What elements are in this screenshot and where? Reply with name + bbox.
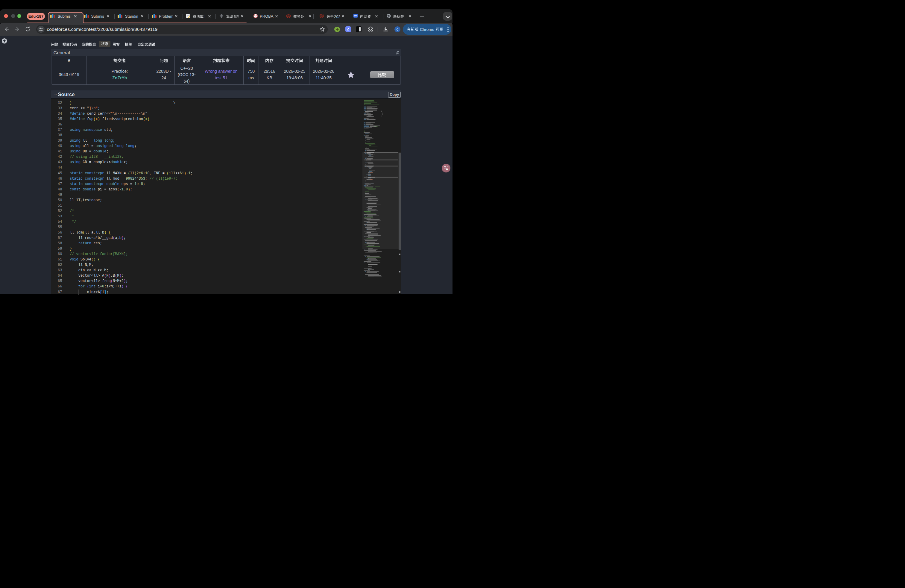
svg-text:###: ### bbox=[255, 16, 256, 17]
svg-text:A: A bbox=[446, 167, 448, 171]
svg-text:M-W: M-W bbox=[254, 14, 257, 16]
